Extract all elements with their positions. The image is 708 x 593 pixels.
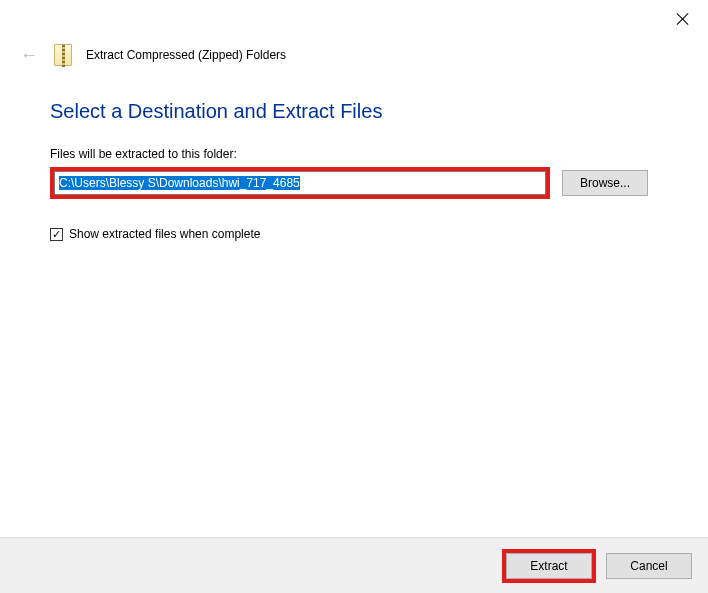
close-icon[interactable]: [676, 12, 690, 26]
wizard-title: Extract Compressed (Zipped) Folders: [86, 48, 286, 62]
show-extracted-checkbox[interactable]: ✓ Show extracted files when complete: [50, 227, 658, 241]
destination-row: C:\Users\Blessy S\Downloads\hwi_717_4685…: [50, 167, 658, 199]
content-area: Select a Destination and Extract Files F…: [0, 70, 708, 241]
checkbox-icon: ✓: [50, 228, 63, 241]
highlight-frame-extract: Extract: [502, 549, 596, 583]
highlight-frame-path: C:\Users\Blessy S\Downloads\hwi_717_4685: [50, 167, 550, 199]
title-bar: [0, 0, 708, 40]
destination-input-text: C:\Users\Blessy S\Downloads\hwi_717_4685: [59, 176, 300, 190]
zip-folder-icon: [54, 44, 72, 66]
extract-button[interactable]: Extract: [506, 553, 592, 579]
browse-button[interactable]: Browse...: [562, 170, 648, 196]
wizard-header: ← Extract Compressed (Zipped) Folders: [0, 40, 708, 70]
cancel-button[interactable]: Cancel: [606, 553, 692, 579]
show-extracted-label: Show extracted files when complete: [69, 227, 260, 241]
instruction-heading: Select a Destination and Extract Files: [50, 100, 658, 123]
destination-input[interactable]: C:\Users\Blessy S\Downloads\hwi_717_4685: [54, 171, 546, 195]
back-arrow-icon: ←: [18, 46, 40, 64]
destination-label: Files will be extracted to this folder:: [50, 147, 658, 161]
dialog-footer: Extract Cancel: [0, 537, 708, 593]
